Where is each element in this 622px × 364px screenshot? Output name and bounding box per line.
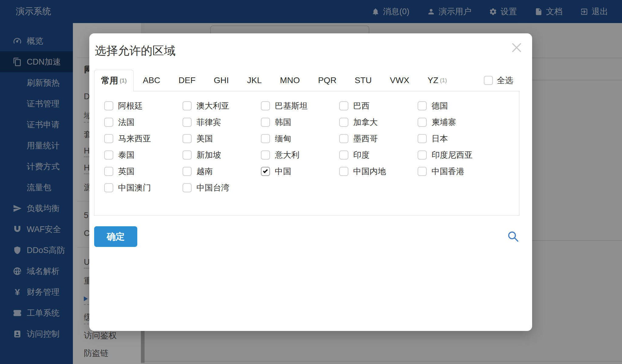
region-grid-box: 阿根廷澳大利亚巴基斯坦巴西德国法国菲律宾韩国加拿大柬埔寨马来西亚美国缅甸墨西哥日… [94,91,519,216]
region-option-阿根廷[interactable]: 阿根廷 [104,101,183,110]
tab-STU[interactable]: STU [346,70,381,91]
tab-ABC[interactable]: ABC [134,70,169,91]
region-label: 澳大利亚 [197,100,229,111]
checkbox[interactable] [104,150,113,160]
tab-count: (1) [120,77,127,84]
checkbox[interactable] [183,183,192,192]
region-select-modal: 选择允许的区域 常用(1)ABCDEFGHIJKLMNOPQRSTUVWXYZ(… [89,33,532,331]
checkbox[interactable] [261,101,270,110]
checkbox[interactable] [104,118,113,127]
region-option-马来西亚[interactable]: 马来西亚 [104,134,183,143]
region-label: 印度尼西亚 [432,150,473,160]
tab-label: GHI [214,76,229,85]
tab-VWX[interactable]: VWX [381,70,419,91]
region-option-英国[interactable]: 英国 [104,167,183,176]
region-option-印度[interactable]: 印度 [339,150,418,160]
select-all-label: 全选 [497,75,513,86]
region-option-越南[interactable]: 越南 [183,167,261,176]
tab-MNO[interactable]: MNO [271,70,309,91]
region-label: 新加坡 [197,150,221,160]
checkbox[interactable] [418,167,427,176]
checkbox[interactable] [183,150,192,160]
tab-label: STU [355,76,372,85]
checkbox[interactable] [339,134,348,143]
check-icon [263,168,268,173]
checkbox[interactable] [261,134,270,143]
tab-label: YZ [428,76,439,85]
checkbox[interactable] [183,167,192,176]
region-list: 阿根廷澳大利亚巴基斯坦巴西德国法国菲律宾韩国加拿大柬埔寨马来西亚美国缅甸墨西哥日… [104,101,519,192]
close-icon[interactable] [508,39,525,56]
checkbox[interactable] [418,101,427,110]
region-label: 德国 [432,100,448,111]
region-label: 中国 [275,166,291,177]
checkbox[interactable] [339,150,348,160]
region-option-墨西哥[interactable]: 墨西哥 [339,134,418,143]
region-label: 墨西哥 [353,133,378,144]
tab-label: VWX [390,76,409,85]
region-label: 中国澳门 [118,182,151,193]
region-option-澳大利亚[interactable]: 澳大利亚 [183,101,261,110]
checkbox[interactable] [104,167,113,176]
region-option-中国澳门[interactable]: 中国澳门 [104,183,183,192]
checkbox[interactable] [183,118,192,127]
region-option-意大利[interactable]: 意大利 [261,150,339,160]
region-option-巴西[interactable]: 巴西 [339,101,418,110]
checkbox[interactable] [183,101,192,110]
tab-count: (1) [440,77,447,84]
checkbox-checked[interactable] [261,167,270,176]
region-label: 泰国 [118,150,135,160]
checkbox[interactable] [418,134,427,143]
region-option-德国[interactable]: 德国 [418,101,496,110]
checkbox[interactable] [183,134,192,143]
region-label: 英国 [118,166,135,177]
tab-常用[interactable]: 常用(1) [94,70,134,91]
region-tabs: 常用(1)ABCDEFGHIJKLMNOPQRSTUVWXYZ(1)全选 [94,70,519,91]
region-label: 巴西 [353,100,370,111]
tab-GHI[interactable]: GHI [205,70,238,91]
checkbox[interactable] [418,118,427,127]
region-option-泰国[interactable]: 泰国 [104,150,183,160]
region-label: 缅甸 [275,133,291,144]
region-option-印度尼西亚[interactable]: 印度尼西亚 [418,150,496,160]
checkbox[interactable] [339,101,348,110]
region-option-中国台湾[interactable]: 中国台湾 [183,183,261,192]
checkbox[interactable] [339,167,348,176]
checkbox[interactable] [104,101,113,110]
tab-label: MNO [280,76,300,85]
checkbox[interactable] [484,76,493,85]
region-option-美国[interactable]: 美国 [183,134,261,143]
region-option-日本[interactable]: 日本 [418,134,496,143]
region-option-中国内地[interactable]: 中国内地 [339,167,418,176]
checkbox[interactable] [104,134,113,143]
tab-label: PQR [318,76,337,85]
confirm-button[interactable]: 确定 [94,226,137,247]
checkbox[interactable] [261,150,270,160]
region-option-法国[interactable]: 法国 [104,118,183,127]
region-option-柬埔寨[interactable]: 柬埔寨 [418,118,496,127]
tab-PQR[interactable]: PQR [309,70,346,91]
tab-DEF[interactable]: DEF [169,70,205,91]
tab-YZ[interactable]: YZ(1) [419,70,456,91]
region-label: 柬埔寨 [432,117,456,128]
region-option-中国[interactable]: 中国 [261,167,339,176]
region-option-新加坡[interactable]: 新加坡 [183,150,261,160]
search-icon[interactable] [507,230,520,243]
select-all-checkbox[interactable]: 全选 [484,70,513,91]
region-option-巴基斯坦[interactable]: 巴基斯坦 [261,101,339,110]
region-label: 加拿大 [353,117,378,128]
region-option-韩国[interactable]: 韩国 [261,118,339,127]
region-label: 阿根廷 [118,100,143,111]
region-label: 中国内地 [353,166,386,177]
region-option-缅甸[interactable]: 缅甸 [261,134,339,143]
region-option-中国香港[interactable]: 中国香港 [418,167,496,176]
checkbox[interactable] [104,183,113,192]
tab-JKL[interactable]: JKL [238,70,271,91]
checkbox[interactable] [339,118,348,127]
region-option-菲律宾[interactable]: 菲律宾 [183,118,261,127]
checkbox[interactable] [261,118,270,127]
region-option-加拿大[interactable]: 加拿大 [339,118,418,127]
region-label: 中国香港 [432,166,464,177]
tab-label: 常用 [101,75,118,86]
checkbox[interactable] [418,150,427,160]
